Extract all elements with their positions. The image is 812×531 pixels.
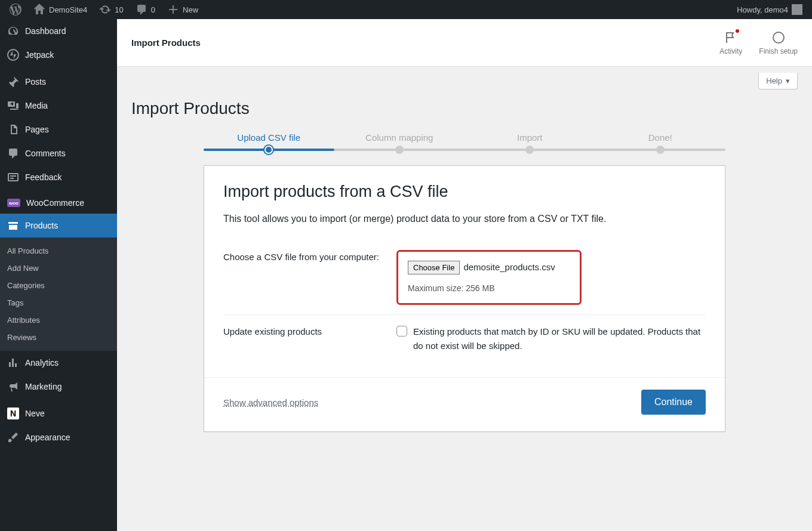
woo-header: Import Products Activity Finish setup (117, 19, 812, 67)
admin-toolbar: DemoSite4 10 0 New Howdy, demo4 (0, 0, 812, 19)
page-icon (7, 124, 19, 135)
step-mapping: Column mapping (334, 132, 465, 143)
home-icon (33, 4, 45, 16)
step-done: Done! (595, 132, 726, 143)
svg-point-0 (8, 50, 19, 60)
jetpack-icon (7, 49, 19, 61)
brush-icon (7, 431, 19, 443)
submenu-attributes[interactable]: Attributes (0, 311, 117, 329)
sidebar-item-pages[interactable]: Pages (0, 118, 117, 141)
submenu-all-products[interactable]: All Products (0, 242, 117, 260)
max-size-hint: Maximum size: 256 MB (408, 282, 570, 295)
sidebar-item-woocommerce[interactable]: wooWooCommerce (0, 192, 117, 214)
sidebar-item-marketing[interactable]: Marketing (0, 375, 117, 399)
choose-file-button[interactable]: Choose File (408, 261, 460, 274)
step-dot-1 (264, 146, 273, 154)
activity-button[interactable]: Activity (719, 30, 742, 55)
comments-link[interactable]: 0 (131, 0, 160, 19)
step-dot-4 (656, 146, 665, 154)
header-title: Import Products (131, 38, 201, 48)
neve-icon: N (7, 407, 19, 419)
analytics-icon (7, 357, 19, 369)
new-content-link[interactable]: New (162, 0, 203, 19)
wp-logo[interactable] (5, 0, 26, 19)
new-label: New (183, 5, 198, 14)
sidebar-item-dashboard[interactable]: Dashboard (0, 19, 117, 43)
main-content: Import Products Activity Finish setup He… (117, 19, 812, 531)
sidebar-item-neve[interactable]: NNeve (0, 402, 117, 425)
circle-icon (771, 30, 786, 45)
file-upload-highlight: Choose Filedemosite_products.csv Maximum… (396, 250, 582, 305)
step-dot-2 (395, 146, 404, 154)
sidebar-item-analytics[interactable]: Analytics (0, 351, 117, 375)
products-icon (7, 220, 19, 231)
help-tab[interactable]: Help ▾ (758, 73, 798, 89)
sidebar-item-comments[interactable]: Comments (0, 141, 117, 165)
comments-icon (7, 147, 19, 159)
update-existing-label: Update existing products (223, 325, 396, 353)
card-description: This tool allows you to import (or merge… (223, 212, 706, 226)
site-name-link[interactable]: DemoSite4 (29, 0, 92, 19)
finish-setup-button[interactable]: Finish setup (759, 30, 798, 55)
dashboard-icon (7, 25, 19, 37)
continue-button[interactable]: Continue (641, 390, 706, 415)
svg-rect-1 (8, 174, 18, 181)
submenu-categories[interactable]: Categories (0, 277, 117, 294)
chosen-file-name: demosite_products.csv (463, 262, 555, 272)
megaphone-icon (7, 381, 19, 393)
comment-icon (136, 4, 147, 16)
admin-sidebar: Dashboard Jetpack Posts Media Pages Comm… (0, 19, 117, 531)
card-heading: Import products from a CSV file (223, 183, 706, 201)
sidebar-item-feedback[interactable]: Feedback (0, 165, 117, 189)
sidebar-item-products[interactable]: Products (0, 214, 117, 237)
sidebar-item-jetpack[interactable]: Jetpack (0, 43, 117, 67)
chevron-down-icon: ▾ (786, 76, 790, 85)
submenu-add-new[interactable]: Add New (0, 260, 117, 277)
submenu-reviews[interactable]: Reviews (0, 329, 117, 346)
avatar-icon (792, 4, 802, 15)
site-name: DemoSite4 (49, 5, 87, 14)
plus-icon (167, 4, 179, 16)
step-upload: Upload CSV file (204, 132, 334, 143)
account-link[interactable]: Howdy, demo4 (732, 4, 807, 15)
choose-file-label: Choose a CSV file from your computer: (223, 250, 396, 305)
update-existing-description: Existing products that match by ID or SK… (413, 325, 702, 353)
products-submenu: All Products Add New Categories Tags Att… (0, 237, 117, 351)
wordpress-icon (10, 4, 21, 16)
woo-icon: woo (7, 199, 20, 207)
flag-icon (724, 30, 738, 45)
update-existing-checkbox[interactable] (396, 326, 407, 336)
step-dot-3 (525, 146, 534, 154)
sidebar-item-posts[interactable]: Posts (0, 70, 117, 94)
update-icon (99, 4, 111, 16)
progress-stepper: Upload CSV file Column mapping Import Do… (204, 132, 725, 151)
submenu-tags[interactable]: Tags (0, 294, 117, 311)
sidebar-item-appearance[interactable]: Appearance (0, 425, 117, 449)
media-icon (7, 100, 19, 112)
howdy-text: Howdy, demo4 (737, 5, 788, 14)
svg-point-2 (773, 32, 784, 43)
updates-link[interactable]: 10 (94, 0, 128, 19)
page-title: Import Products (131, 89, 798, 132)
show-advanced-link[interactable]: Show advanced options (223, 397, 318, 407)
step-import: Import (465, 132, 595, 143)
pin-icon (7, 76, 19, 88)
feedback-icon (7, 171, 19, 183)
updates-count: 10 (115, 5, 123, 14)
import-card: Import products from a CSV file This too… (204, 165, 725, 432)
sidebar-item-media[interactable]: Media (0, 94, 117, 118)
comments-count: 0 (151, 5, 155, 14)
